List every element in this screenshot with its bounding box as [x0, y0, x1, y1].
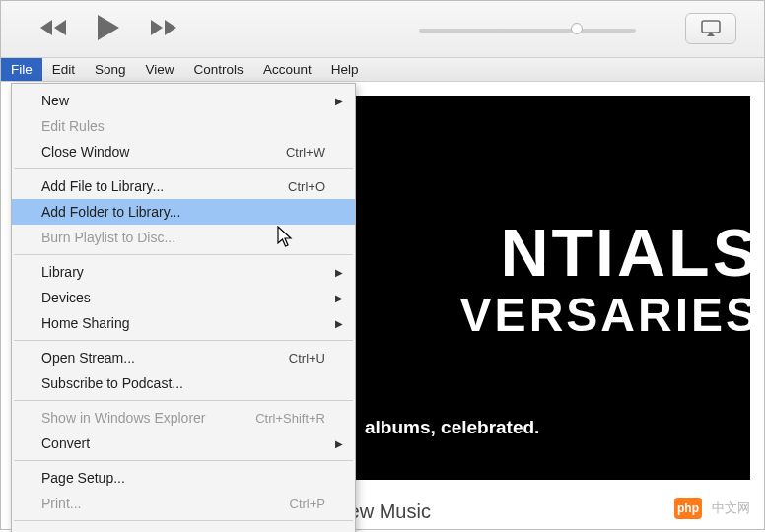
next-button[interactable]	[147, 18, 176, 37]
menu-item-subscribe-to-podcast[interactable]: Subscribe to Podcast...	[12, 370, 355, 396]
menu-item-label: Burn Playlist to Disc...	[41, 230, 325, 245]
menu-item-shortcut: Ctrl+O	[288, 179, 325, 194]
menu-edit[interactable]: Edit	[42, 58, 85, 81]
menu-help[interactable]: Help	[321, 58, 369, 81]
play-button[interactable]	[96, 13, 121, 42]
chevron-right-icon: ▶	[335, 438, 343, 449]
menu-item-label: Subscribe to Podcast...	[41, 375, 325, 391]
hero-tagline-fragment: albums, celebrated.	[365, 417, 539, 438]
menu-separator	[14, 460, 353, 461]
menu-song[interactable]: Song	[85, 58, 136, 81]
menu-file[interactable]: File	[1, 58, 42, 81]
hero-title-fragment: NTIALS	[500, 214, 750, 291]
watermark-logo: php	[674, 498, 702, 519]
menu-item-shortcut: Ctrl+P	[290, 497, 325, 511]
menu-account[interactable]: Account	[253, 58, 321, 81]
menu-item-add-file-to-library[interactable]: Add File to Library...Ctrl+O	[12, 173, 355, 199]
chevron-right-icon: ▶	[335, 293, 343, 303]
watermark-text: 中文网	[708, 498, 754, 519]
menu-separator	[14, 340, 353, 341]
svg-rect-0	[702, 21, 720, 33]
app-window: FileEditSongViewControlsAccountHelp NTIA…	[0, 0, 765, 530]
media-controls	[40, 13, 176, 42]
menu-separator	[14, 168, 353, 169]
menu-item-label: Print...	[41, 496, 290, 511]
menu-controls[interactable]: Controls	[184, 58, 253, 81]
menu-separator	[14, 520, 353, 521]
menu-item-new[interactable]: New▶	[12, 88, 355, 113]
menu-item-close-window[interactable]: Close WindowCtrl+W	[12, 139, 355, 165]
menu-item-label: Edit Rules	[41, 118, 325, 134]
menu-item-home-sharing[interactable]: Home Sharing▶	[12, 310, 355, 336]
menu-item-library[interactable]: Library▶	[12, 259, 355, 285]
menu-item-convert[interactable]: Convert▶	[12, 431, 355, 456]
airplay-button[interactable]	[685, 13, 736, 44]
volume-slider[interactable]	[419, 27, 636, 34]
chevron-right-icon: ▶	[335, 96, 343, 106]
menu-item-label: Add Folder to Library...	[41, 204, 325, 220]
menu-item-label: Page Setup...	[41, 470, 325, 486]
file-menu-dropdown: New▶Edit RulesClose WindowCtrl+WAdd File…	[11, 83, 356, 532]
menu-view[interactable]: View	[136, 58, 184, 81]
menu-item-devices[interactable]: Devices▶	[12, 285, 355, 310]
menu-separator	[14, 400, 353, 401]
menu-item-add-folder-to-library[interactable]: Add Folder to Library...	[12, 199, 355, 225]
toolbar	[1, 1, 764, 58]
menu-item-label: Library	[41, 264, 325, 280]
menu-item-label: Devices	[41, 290, 325, 305]
hero-subtitle-fragment: VERSARIES	[460, 288, 750, 342]
previous-button[interactable]	[40, 18, 70, 37]
watermark-badge: php 中文网	[674, 498, 754, 519]
menu-item-page-setup[interactable]: Page Setup...	[12, 465, 355, 491]
menu-item-label: Open Stream...	[41, 350, 289, 366]
menu-item-label: Close Window	[41, 144, 286, 160]
chevron-right-icon: ▶	[335, 267, 343, 278]
menu-item-label: Add File to Library...	[41, 178, 288, 194]
menu-item-exit[interactable]: Exit	[12, 525, 355, 532]
menu-item-burn-playlist-to-disc: Burn Playlist to Disc...	[12, 225, 355, 250]
menu-item-edit-rules: Edit Rules	[12, 113, 355, 139]
chevron-right-icon: ▶	[335, 318, 343, 329]
menu-item-shortcut: Ctrl+Shift+R	[255, 411, 325, 426]
menubar: FileEditSongViewControlsAccountHelp	[1, 58, 764, 82]
menu-item-print: Print...Ctrl+P	[12, 491, 355, 516]
menu-item-label: Convert	[41, 435, 325, 451]
menu-item-open-stream[interactable]: Open Stream...Ctrl+U	[12, 345, 355, 370]
menu-item-label: Show in Windows Explorer	[41, 410, 255, 426]
menu-item-shortcut: Ctrl+W	[286, 145, 325, 160]
menu-item-shortcut: Ctrl+U	[289, 351, 325, 366]
menu-item-show-in-windows-explorer: Show in Windows ExplorerCtrl+Shift+R	[12, 405, 355, 431]
menu-item-label: New	[41, 93, 325, 108]
menu-item-label: Home Sharing	[41, 315, 325, 331]
menu-separator	[14, 254, 353, 255]
